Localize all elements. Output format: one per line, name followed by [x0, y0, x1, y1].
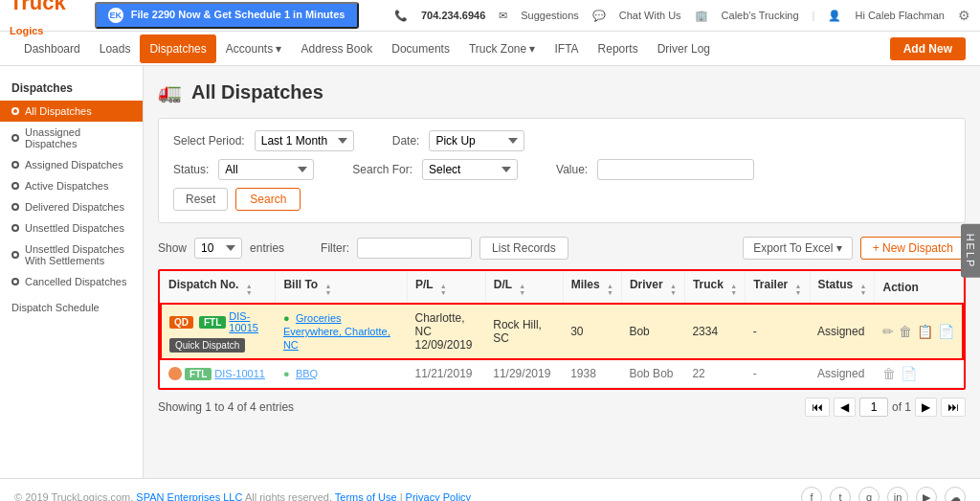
sort-dispatch-no[interactable]: ▲▼ — [246, 283, 253, 296]
sidebar-item-assigned[interactable]: Assigned Dispatches — [0, 154, 143, 175]
export-excel-button[interactable]: Export To Excel ▾ — [743, 237, 852, 260]
sidebar-dot — [11, 224, 19, 232]
sort-driver[interactable]: ▲▼ — [670, 283, 677, 296]
add-new-button[interactable]: Add New — [890, 37, 966, 60]
footer-privacy-link[interactable]: Privacy Policy — [406, 491, 471, 501]
bill-to-link-2[interactable]: BBQ — [296, 368, 318, 379]
col-miles[interactable]: Miles ▲▼ — [563, 271, 621, 304]
nav-accounts[interactable]: Accounts ▾ — [216, 34, 292, 63]
status-select[interactable]: All Unassigned Assigned Active Delivered… — [218, 159, 314, 180]
youtube-icon[interactable]: ▶ — [916, 487, 937, 501]
sort-truck[interactable]: ▲▼ — [730, 283, 737, 296]
col-truck[interactable]: Truck ▲▼ — [684, 271, 745, 304]
nav-truck-zone[interactable]: Truck Zone ▾ — [459, 34, 546, 63]
cell-trailer-2: - — [746, 359, 810, 388]
bill-to-dot-2: ● — [283, 368, 290, 379]
sidebar-label-unassigned: Unassigned Dispatches — [25, 126, 131, 149]
pagination-row: Showing 1 to 4 of 4 entries ⏮ ◀ of 1 ▶ ⏭ — [158, 398, 966, 417]
nav-loads[interactable]: Loads — [90, 34, 141, 63]
delete-icon[interactable]: 🗑 — [899, 324, 912, 339]
search-button[interactable]: Search — [235, 188, 301, 211]
footer-company-link[interactable]: SPAN Enterprises LLC — [136, 491, 242, 501]
nav-dashboard[interactable]: Dashboard — [14, 34, 90, 63]
sidebar-item-dispatch-schedule[interactable]: Dispatch Schedule — [0, 292, 143, 323]
table-filter-input[interactable] — [357, 238, 472, 259]
value-input[interactable] — [597, 159, 754, 180]
cell-dispatch-no: QD FTL DIS-10015 Quick Dispatch — [161, 304, 276, 359]
google-icon[interactable]: g — [858, 487, 880, 501]
cell-status-2: Assigned — [810, 359, 875, 388]
sidebar-item-all-dispatches[interactable]: All Dispatches — [0, 101, 143, 122]
gear-icon[interactable]: ⚙ — [958, 8, 970, 23]
pl-date: 12/09/2019 — [414, 338, 478, 352]
facebook-icon[interactable]: f — [801, 487, 822, 501]
linkedin-icon[interactable]: in — [887, 487, 908, 501]
page-header: 🚛 All Dispatches — [158, 80, 966, 103]
reset-button[interactable]: Reset — [173, 188, 228, 211]
nav-ifta[interactable]: IFTA — [546, 34, 589, 63]
new-dispatch-button[interactable]: + New Dispatch — [860, 237, 966, 260]
col-pl[interactable]: P/L ▲▼ — [407, 271, 485, 304]
search-for-select[interactable]: Select Driver Truck Trailer Bill To — [422, 159, 518, 180]
dispatch-link-2[interactable]: DIS-10011 — [214, 368, 265, 379]
nav-dispatches[interactable]: Dispatches — [140, 34, 215, 63]
page-input[interactable] — [859, 398, 888, 417]
nav-address-book[interactable]: Address Book — [292, 34, 383, 63]
sidebar-item-active[interactable]: Active Dispatches — [0, 175, 143, 196]
status-label: Status: — [173, 163, 209, 176]
edit-icon[interactable]: ✏ — [882, 324, 894, 339]
col-dl[interactable]: D/L ▲▼ — [485, 271, 563, 304]
sort-bill-to[interactable]: ▲▼ — [325, 283, 332, 296]
suggestions-link[interactable]: Suggestions — [521, 10, 579, 21]
nav-driver-log[interactable]: Driver Log — [648, 34, 720, 63]
nav-documents[interactable]: Documents — [382, 34, 459, 63]
copy-icon[interactable]: 📋 — [917, 324, 933, 339]
list-records-button[interactable]: List Records — [479, 237, 568, 260]
period-select[interactable]: Last 1 Month Last 3 Months This Year Cus… — [255, 130, 354, 151]
date-select[interactable]: Pick Up Delivery Created — [429, 130, 524, 151]
cell-trailer: - — [746, 304, 810, 359]
sidebar-item-unassigned[interactable]: Unassigned Dispatches — [0, 122, 143, 154]
doc-icon[interactable]: 📄 — [938, 324, 954, 339]
sort-dl[interactable]: ▲▼ — [519, 283, 525, 296]
badge-ftl: FTL — [199, 316, 226, 329]
sort-pl[interactable]: ▲▼ — [440, 283, 447, 296]
prev-page-btn[interactable]: ◀ — [834, 398, 856, 417]
filter-label-table: Filter: — [321, 241, 349, 255]
last-page-btn[interactable]: ⏭ — [941, 398, 966, 417]
doc-icon-2[interactable]: 📄 — [901, 366, 917, 381]
nav-reports[interactable]: Reports — [589, 34, 648, 63]
value-label: Value: — [556, 163, 588, 176]
delete-icon-2[interactable]: 🗑 — [882, 366, 896, 381]
sidebar-item-unsettled[interactable]: Unsettled Dispatches — [0, 217, 143, 239]
sidebar-item-cancelled[interactable]: Cancelled Dispatches — [0, 271, 143, 292]
col-action: Action — [875, 271, 963, 304]
sort-trailer[interactable]: ▲▼ — [795, 283, 802, 296]
entries-select[interactable]: 102550 — [194, 238, 242, 259]
col-driver[interactable]: Driver ▲▼ — [621, 271, 684, 304]
page-info: of 1 — [892, 400, 911, 414]
sidebar-item-unsettled-settlements[interactable]: Unsettled Dispatches With Settlements — [0, 239, 143, 271]
sidebar-label-all: All Dispatches — [25, 105, 92, 117]
footer-rights: All rights reserved. — [245, 491, 332, 501]
action-icons: ✏ 🗑 📋 📄 — [882, 324, 954, 339]
pagination-controls: ⏮ ◀ of 1 ▶ ⏭ — [805, 398, 966, 417]
first-page-btn[interactable]: ⏮ — [805, 398, 830, 417]
rss-icon[interactable]: ☁ — [945, 487, 966, 501]
col-trailer[interactable]: Trailer ▲▼ — [746, 271, 810, 304]
chat-with-text[interactable]: Chat With Us — [619, 10, 681, 21]
col-dispatch-no[interactable]: Dispatch No. ▲▼ — [161, 271, 276, 304]
sort-miles[interactable]: ▲▼ — [607, 283, 613, 296]
next-page-btn[interactable]: ▶ — [915, 398, 937, 417]
promo-button[interactable]: EK File 2290 Now & Get Schedule 1 in Min… — [95, 2, 359, 29]
help-tab[interactable]: HELP — [961, 223, 980, 278]
footer-terms-link[interactable]: Terms of Use — [335, 491, 397, 501]
bill-to-link[interactable]: Groceries Everywhere, Charlotte, NC — [283, 312, 390, 351]
col-bill-to[interactable]: Bill To ▲▼ — [276, 271, 408, 304]
dispatch-link[interactable]: DIS-10015 — [229, 310, 268, 333]
sidebar-item-delivered[interactable]: Delivered Dispatches — [0, 196, 143, 217]
footer: © 2019 TruckLogics.com, SPAN Enterprises… — [0, 478, 980, 501]
sort-status[interactable]: ▲▼ — [860, 283, 867, 296]
col-status[interactable]: Status ▲▼ — [810, 271, 875, 304]
twitter-icon[interactable]: t — [830, 487, 851, 501]
